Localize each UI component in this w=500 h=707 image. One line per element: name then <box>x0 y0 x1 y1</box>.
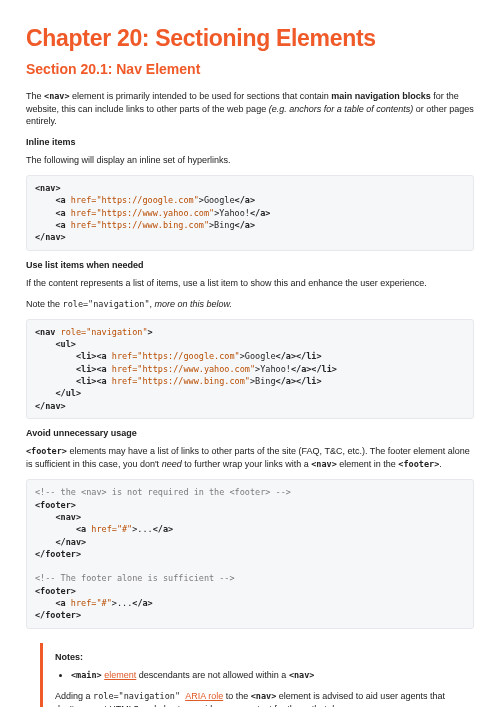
avoid-heading: Avoid unnecessary usage <box>26 427 474 440</box>
list-items-heading: Use list items when needed <box>26 259 474 272</box>
notes-title: Notes: <box>55 651 450 664</box>
code-block-list: <nav role="navigation"> <ul> <li><a href… <box>26 319 474 419</box>
notes-bullet: <main> element descendants are not allow… <box>71 669 450 682</box>
intro-paragraph: The <nav> element is primarily intended … <box>26 90 474 128</box>
notes-paragraph: Adding a role="navigation" ARIA role to … <box>55 690 450 707</box>
nav-code: <nav> <box>44 91 70 101</box>
element-link[interactable]: element <box>104 670 136 680</box>
aria-role-link[interactable]: ARIA role <box>185 691 223 701</box>
code-block-footer: <!-- the <nav> is not required in the <f… <box>26 479 474 628</box>
chapter-title: Chapter 20: Sectioning Elements <box>26 22 474 54</box>
section-title: Section 20.1: Nav Element <box>26 60 474 80</box>
avoid-paragraph: <footer> elements may have a list of lin… <box>26 445 474 471</box>
list-items-desc: If the content represents a list of item… <box>26 277 474 290</box>
code-block-inline: <nav> <a href="https://google.com">Googl… <box>26 175 474 251</box>
notes-box: Notes: <main> element descendants are no… <box>40 643 460 707</box>
inline-items-desc: The following will display an inline set… <box>26 154 474 167</box>
inline-items-heading: Inline items <box>26 136 474 149</box>
note-role: Note the role="navigation", more on this… <box>26 298 474 311</box>
